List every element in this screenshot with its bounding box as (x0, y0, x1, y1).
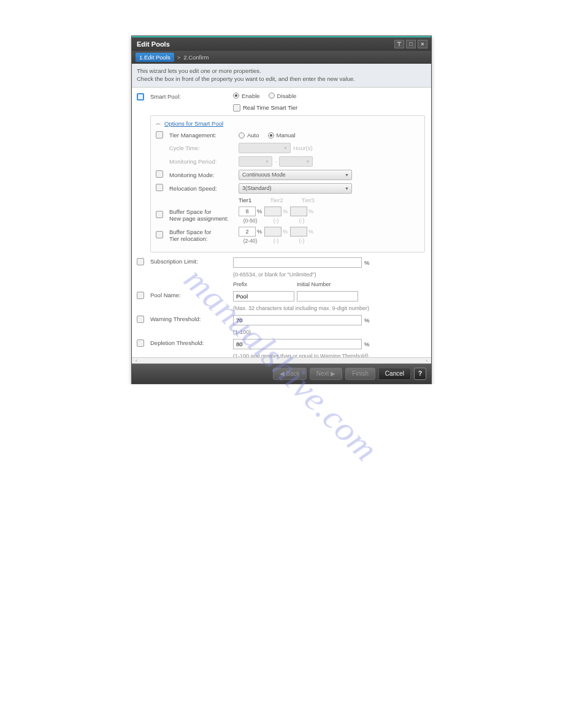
buffer-reloc-tier1-range: (2-40) (243, 238, 258, 244)
depletion-threshold-label: Depletion Threshold: (150, 339, 233, 346)
titlebar: Edit Pools ⊤ □ × (132, 36, 431, 51)
pct-label: % (257, 229, 262, 235)
pin-icon[interactable]: ⊤ (394, 40, 404, 48)
breadcrumb-step-1: 1.Edit Pools (136, 53, 174, 62)
pool-name-initnum-header: Initial Number (297, 281, 331, 287)
footer-bar: ◀ Back Next ▶ Finish Cancel ? (132, 363, 431, 384)
tier3-header: Tier3 (302, 197, 315, 203)
horizontal-scrollbar[interactable]: ‹› (132, 357, 431, 363)
tier1-header: Tier1 (239, 197, 251, 203)
breadcrumb: 1.Edit Pools > 2.Confirm (132, 51, 431, 64)
buffer-newpage-label: Buffer Space for New page assignment: (169, 208, 239, 222)
pool-name-label: Pool Name: (150, 291, 233, 298)
realtime-smart-tier-label: Real Time Smart Tier (243, 104, 297, 111)
pct-label: % (364, 341, 369, 347)
buffer-reloc-tier3-range: (-) (299, 238, 305, 244)
warning-threshold-label: Warning Threshold: (150, 315, 233, 322)
collapse-icon[interactable]: ︽ (156, 121, 161, 126)
smart-pool-disable-label: Disable (277, 93, 297, 99)
edit-pools-window: Edit Pools ⊤ □ × 1.Edit Pools > 2.Confir… (131, 36, 432, 384)
cycle-time-select (239, 143, 291, 153)
pool-name-initnum-input[interactable] (297, 291, 358, 301)
help-button[interactable]: ? (414, 368, 426, 380)
breadcrumb-step-2: 2.Confirm (183, 54, 209, 61)
intro-line-1: This wizard lets you edit one or more pr… (137, 67, 426, 75)
pct-label: % (283, 208, 288, 214)
back-button[interactable]: ◀ Back (273, 368, 307, 380)
depletion-threshold-checkbox[interactable] (137, 339, 144, 347)
monitoring-period-label: Monitoring Period: (169, 158, 239, 165)
buffer-reloc-checkbox[interactable] (156, 231, 163, 238)
maximize-icon[interactable]: □ (406, 40, 416, 48)
buffer-newpage-tier3-input (290, 207, 307, 216)
tier-mgmt-manual-label: Manual (277, 132, 296, 138)
smart-pool-enable-label: Enable (242, 93, 260, 99)
intro-line-2: Check the box in front of the property y… (137, 75, 426, 83)
subscription-limit-checkbox[interactable] (137, 258, 144, 265)
monitoring-mode-label: Monitoring Mode: (169, 172, 239, 178)
buffer-reloc-label-1: Buffer Space for (169, 229, 239, 235)
pool-name-prefix-input[interactable] (233, 291, 294, 301)
content-panel: Smart Pool: Enable Disable Real Time Sma… (132, 88, 431, 357)
next-button[interactable]: Next ▶ (310, 368, 342, 380)
monitoring-mode-checkbox[interactable] (156, 170, 163, 178)
buffer-newpage-checkbox[interactable] (156, 211, 163, 218)
subscription-limit-label: Subscription Limit: (150, 257, 233, 265)
tier-management-label: Tier Management: (169, 132, 239, 138)
monitoring-period-to-select (279, 156, 313, 167)
smart-pool-options-panel: ︽ Options for Smart Pool Tier Management… (150, 115, 425, 252)
close-icon[interactable]: × (418, 40, 427, 48)
relocation-speed-checkbox[interactable] (156, 184, 163, 191)
monitoring-mode-select[interactable]: Continuous Mode (239, 170, 352, 180)
warning-threshold-hint: (1-100) (233, 329, 425, 335)
smart-pool-checkbox[interactable] (137, 93, 144, 100)
warning-threshold-checkbox[interactable] (137, 316, 144, 323)
window-title: Edit Pools (136, 40, 170, 48)
depletion-threshold-input[interactable] (233, 339, 362, 349)
cancel-button[interactable]: Cancel (378, 368, 411, 380)
intro-text: This wizard lets you edit one or more pr… (132, 64, 431, 88)
buffer-reloc-label-2: Tier relocation: (169, 235, 239, 242)
buffer-reloc-tier1-input[interactable] (239, 227, 256, 237)
monitoring-period-sep: - (275, 158, 277, 165)
smart-pool-label: Smart Pool: (150, 93, 233, 100)
pool-name-checkbox[interactable] (137, 292, 144, 299)
finish-button[interactable]: Finish (345, 368, 375, 380)
relocation-speed-label: Relocation Speed: (169, 185, 239, 192)
pct-label: % (283, 229, 288, 235)
buffer-newpage-label-2: New page assignment: (169, 215, 239, 222)
tier-management-checkbox[interactable] (156, 131, 163, 138)
buffer-newpage-tier1-range: (0-50) (243, 218, 258, 224)
buffer-newpage-tier2-range: (-) (274, 218, 279, 224)
relocation-speed-select[interactable]: 3(Standard) (239, 183, 352, 194)
pool-name-hint: (Max. 32 characters total including max.… (233, 305, 425, 311)
realtime-smart-tier-checkbox[interactable] (233, 104, 240, 112)
pool-name-prefix-header: Prefix (233, 281, 297, 287)
buffer-reloc-tier2-input (264, 227, 282, 237)
smart-pool-disable-radio[interactable] (269, 93, 275, 99)
buffer-newpage-tier1-input[interactable] (239, 207, 256, 216)
pct-label: % (257, 208, 262, 214)
buffer-newpage-tier2-input (264, 207, 282, 216)
pct-label: % (308, 208, 313, 214)
buffer-reloc-label: Buffer Space for Tier relocation: (169, 229, 239, 242)
pct-label: % (364, 259, 369, 266)
breadcrumb-separator: > (177, 54, 181, 61)
smart-pool-enable-radio[interactable] (233, 93, 239, 99)
tier-mgmt-auto-label: Auto (247, 132, 259, 138)
buffer-reloc-tier2-range: (-) (274, 238, 279, 244)
tier2-header: Tier2 (270, 197, 283, 203)
subscription-limit-input[interactable] (233, 257, 362, 268)
buffer-newpage-label-1: Buffer Space for (169, 208, 239, 215)
buffer-reloc-tier3-input (290, 227, 307, 237)
subscription-limit-hint: (0-65534, or blank for "Unlimited") (233, 271, 425, 278)
monitoring-period-from-select (239, 156, 272, 167)
buffer-newpage-tier3-range: (-) (299, 218, 305, 224)
depletion-threshold-hint: (1-100 and greater than or equal to Warn… (233, 353, 425, 357)
tier-mgmt-auto-radio[interactable] (239, 132, 245, 138)
options-link[interactable]: Options for Smart Pool (164, 120, 223, 127)
pct-label: % (364, 317, 369, 324)
warning-threshold-input[interactable] (233, 315, 362, 325)
tier-mgmt-manual-radio[interactable] (268, 132, 274, 138)
pct-label: % (308, 229, 313, 235)
